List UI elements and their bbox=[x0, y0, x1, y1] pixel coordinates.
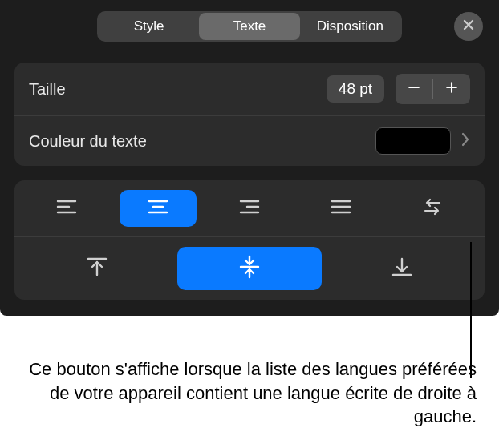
text-color-label: Couleur du texte bbox=[29, 132, 147, 151]
align-justify-button[interactable] bbox=[302, 190, 379, 227]
alignment-section bbox=[14, 180, 485, 300]
valign-bottom-button[interactable] bbox=[330, 247, 474, 290]
panel-header: Style Texte Disposition bbox=[0, 0, 499, 53]
horizontal-alignment-row bbox=[14, 180, 485, 237]
align-justify-icon bbox=[329, 195, 353, 222]
callout-caption: Ce bouton s'affiche lorsque la liste des… bbox=[14, 357, 477, 429]
align-right-button[interactable] bbox=[211, 190, 288, 227]
format-panel: Style Texte Disposition Taille 48 pt bbox=[0, 0, 499, 316]
text-direction-icon bbox=[420, 195, 444, 222]
plus-icon bbox=[444, 78, 460, 100]
valign-top-button[interactable] bbox=[25, 247, 169, 290]
text-properties-section: Taille 48 pt bbox=[14, 63, 485, 166]
tab-text[interactable]: Texte bbox=[199, 13, 299, 40]
text-color-swatch[interactable] bbox=[375, 127, 451, 155]
size-decrease-button[interactable] bbox=[396, 74, 432, 104]
close-button[interactable] bbox=[454, 12, 483, 41]
text-direction-button[interactable] bbox=[394, 190, 471, 227]
align-right-icon bbox=[237, 195, 262, 222]
valign-middle-icon bbox=[237, 254, 262, 283]
vertical-alignment-row bbox=[14, 237, 485, 300]
chevron-right-icon bbox=[460, 132, 470, 150]
tab-layout[interactable]: Disposition bbox=[300, 13, 400, 40]
size-value[interactable]: 48 pt bbox=[327, 75, 384, 103]
size-increase-button[interactable] bbox=[433, 74, 470, 104]
tab-style[interactable]: Style bbox=[99, 13, 199, 40]
align-center-button[interactable] bbox=[120, 190, 197, 227]
align-left-icon bbox=[55, 195, 79, 222]
minus-icon bbox=[406, 78, 422, 100]
size-label: Taille bbox=[29, 80, 66, 99]
valign-middle-button[interactable] bbox=[177, 247, 322, 290]
format-tabs: Style Texte Disposition bbox=[97, 11, 402, 42]
size-row: Taille 48 pt bbox=[14, 63, 485, 116]
align-center-icon bbox=[146, 195, 170, 222]
align-left-button[interactable] bbox=[28, 190, 105, 227]
valign-top-icon bbox=[84, 254, 110, 283]
text-color-row[interactable]: Couleur du texte bbox=[14, 116, 485, 166]
valign-bottom-icon bbox=[389, 254, 415, 283]
close-icon bbox=[462, 18, 475, 34]
size-stepper bbox=[396, 74, 470, 104]
